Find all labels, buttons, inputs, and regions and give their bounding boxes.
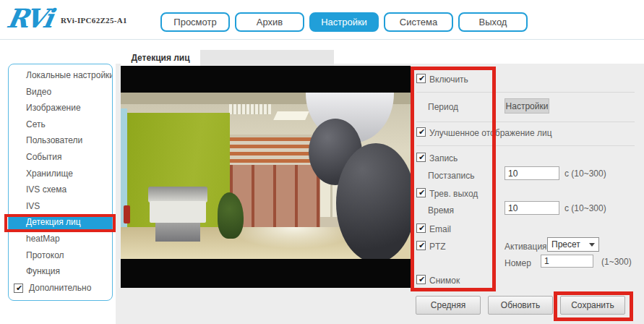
sidebar-item-local-settings[interactable]: Локальные настройки [9,67,112,84]
face-overlay-label: Улучшенное отображение лиц [429,128,552,138]
sidebar-item-users[interactable]: Пользователи [9,132,112,149]
nav-button-preview[interactable]: Просмотр [160,12,230,32]
ptz-checkbox[interactable] [416,241,426,250]
ceiling-vent [229,104,271,114]
number-input[interactable] [541,255,593,268]
post-record-input[interactable] [505,166,559,180]
ptz-label: PTZ [429,242,446,252]
enable-checkbox[interactable] [416,74,426,83]
nav-button-logout[interactable]: Выход [458,12,528,32]
period-label: Период [428,102,458,112]
time-label: Время [428,205,454,216]
floor-reflection [229,227,359,249]
period-settings-button[interactable]: Настройки [505,98,549,114]
video-preview [121,66,411,288]
nav-button-archive[interactable]: Архив [235,12,304,32]
sidebar-item-face-detection[interactable]: Детекция лиц [9,214,112,231]
save-button[interactable]: Сохранить [560,296,625,315]
email-label: Email [429,224,451,234]
snapshot-label: Снимок [429,276,460,286]
divider [416,92,635,93]
sidebar-item-advanced[interactable]: Дополнительно [9,280,112,297]
tab-strip: Детекция лиц [121,50,334,66]
sidebar-item-video[interactable]: Видео [9,84,112,101]
ceiling-lamp [273,111,309,120]
post-record-range: с (10~300) [564,169,606,179]
email-checkbox[interactable] [416,223,426,233]
plotter-top [148,187,207,202]
alarm-out-label: Трев. выход [429,189,478,199]
sidebar-item-events[interactable]: События [9,149,112,166]
sidebar-item-storage[interactable]: Хранилище [9,166,112,182]
sidebar-item-function[interactable]: Функция [9,263,112,280]
settings-sidebar: Локальные настройки Видео Изображение Се… [8,64,113,301]
chevron-down-icon [589,243,595,247]
plotter-stand [155,223,200,242]
time-input[interactable] [505,201,559,215]
refresh-button[interactable]: Обновить [488,296,553,315]
advanced-checkbox[interactable] [14,284,23,293]
record-checkbox[interactable] [416,153,426,162]
time-range: с (10~300) [564,203,606,213]
sidebar-item-network[interactable]: Сеть [9,116,112,133]
divider [416,122,635,122]
face-overlay-checkbox[interactable] [416,127,426,137]
ptz-camera-dome-large [336,143,411,259]
divider [416,145,635,146]
sidebar-item-image[interactable]: Изображение [9,100,112,116]
sidebar-item-protocol[interactable]: Протокол [9,247,112,264]
glass-partition-top [230,137,320,165]
snapshot-checkbox[interactable] [416,275,426,284]
camera-model-label: RVi-IPC62Z25-A1 [61,16,127,25]
alarm-out-checkbox[interactable] [416,188,426,197]
fire-extinguisher [124,205,130,223]
rvi-logo: RVi [4,3,53,33]
top-navigation: Просмотр Архив Настройки Система Выход [160,12,528,32]
plotter-body [150,201,206,223]
advanced-label: Дополнительно [29,280,91,297]
camera-scene [121,93,411,259]
sidebar-item-ivs[interactable]: IVS [9,198,112,215]
nav-button-settings[interactable]: Настройки [309,12,379,32]
activation-value: Пресет [551,239,580,250]
nav-button-system[interactable]: Система [384,12,453,32]
post-record-label: Постзапись [428,171,474,181]
number-label: Номер [505,258,531,268]
activation-select[interactable]: Пресет [547,237,599,252]
average-button[interactable]: Средняя [416,296,481,315]
sidebar-item-heatmap[interactable]: heatMap [9,231,112,247]
enable-label: Включить [429,74,468,85]
sidebar-item-ivs-scheme[interactable]: IVS схема [9,182,112,198]
tab-face-detection[interactable]: Детекция лиц [121,50,200,66]
header-divider [0,39,644,40]
record-label: Запись [429,153,458,163]
activation-label: Активация [505,242,547,252]
number-range: (1~300) [601,257,632,267]
